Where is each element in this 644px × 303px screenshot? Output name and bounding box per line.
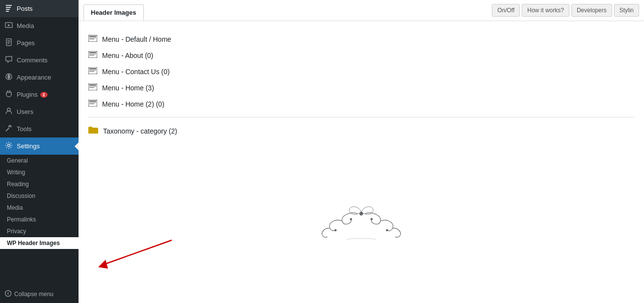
folder-icon — [88, 126, 98, 136]
sidebar-item-tools[interactable]: Tools — [0, 120, 79, 138]
svg-point-16 — [5, 291, 11, 297]
svg-rect-32 — [89, 87, 94, 88]
collapse-icon — [5, 290, 11, 298]
menu-icon-2 — [88, 67, 97, 76]
subnav-discussion[interactable]: Discussion — [0, 190, 79, 202]
sidebar-item-pages[interactable]: Pages — [0, 34, 79, 52]
tab-bar-right: On/Off How it works? Developers Stylin — [492, 4, 639, 21]
menu-icon-4 — [88, 100, 97, 108]
svg-rect-24 — [89, 55, 94, 55]
tab-header-images[interactable]: Header Images — [83, 4, 144, 21]
svg-rect-23 — [89, 54, 96, 55]
svg-rect-19 — [89, 38, 96, 38]
pages-icon — [5, 38, 13, 48]
subnav-wp-header-images[interactable]: WP Header Images — [0, 237, 79, 249]
btn-developers[interactable]: Developers — [571, 4, 612, 17]
subnav-reading[interactable]: Reading — [0, 178, 79, 190]
sidebar-item-users[interactable]: Users — [0, 103, 79, 120]
subnav-permalinks[interactable]: Permalinks — [0, 214, 79, 225]
btn-how-it-works[interactable]: How it works? — [522, 4, 569, 17]
svg-rect-26 — [89, 68, 96, 69]
btn-styling[interactable]: Stylin — [614, 4, 639, 17]
plugins-icon — [5, 90, 13, 99]
sidebar-item-settings[interactable]: Settings — [0, 138, 79, 155]
plugins-label: Plugins — [17, 91, 38, 98]
users-label: Users — [17, 108, 33, 115]
menu-item-about[interactable]: Menu - About (0) — [88, 47, 634, 63]
svg-rect-36 — [89, 104, 94, 104]
svg-rect-27 — [89, 70, 96, 71]
svg-rect-9 — [7, 43, 9, 44]
taxonomy-label: Taxonomy - category (2) — [103, 127, 177, 135]
svg-point-13 — [7, 108, 10, 111]
pages-label: Pages — [17, 39, 35, 47]
svg-rect-3 — [6, 11, 9, 12]
svg-point-40 — [334, 229, 337, 232]
svg-marker-5 — [8, 24, 10, 27]
collapse-label: Collapse menu — [14, 291, 54, 298]
taxonomy-item[interactable]: Taxonomy - category (2) — [88, 122, 634, 140]
btn-on-off[interactable]: On/Off — [492, 4, 520, 17]
menu-icon-1 — [88, 51, 97, 59]
subnav-writing[interactable]: Writing — [0, 166, 79, 178]
svg-rect-30 — [89, 84, 96, 85]
svg-rect-8 — [7, 42, 10, 43]
menu-item-label-4: Menu - Home (2) (0) — [102, 100, 164, 108]
svg-point-37 — [359, 212, 363, 216]
subnav-general[interactable]: General — [0, 155, 79, 166]
collapse-menu[interactable]: Collapse menu — [0, 285, 79, 303]
comments-icon — [5, 55, 13, 65]
sidebar-item-plugins[interactable]: Plugins 2 — [0, 86, 79, 103]
decorative-area — [88, 169, 634, 243]
svg-point-38 — [350, 218, 352, 220]
sidebar-item-posts[interactable]: Posts — [0, 0, 79, 17]
svg-point-39 — [371, 218, 373, 220]
users-icon — [5, 107, 13, 116]
svg-point-41 — [386, 229, 388, 232]
subnav-media[interactable]: Media — [0, 202, 79, 214]
svg-line-14 — [6, 128, 9, 132]
settings-label: Settings — [17, 142, 40, 150]
posts-label: Posts — [17, 5, 33, 12]
svg-rect-1 — [6, 7, 11, 8]
content-area: Menu - Default / Home Menu - About (0) M… — [79, 21, 644, 303]
menu-item-default-home[interactable]: Menu - Default / Home — [88, 31, 634, 47]
subnav-privacy[interactable]: Privacy — [0, 225, 79, 237]
sidebar-item-comments[interactable]: Comments — [0, 52, 79, 69]
appearance-icon — [5, 73, 13, 82]
sidebar-item-media[interactable]: Media — [0, 17, 79, 34]
svg-rect-2 — [6, 9, 10, 10]
sidebar-item-appearance[interactable]: Appearance — [0, 69, 79, 86]
media-icon — [5, 21, 13, 30]
main-content: Header Images On/Off How it works? Devel… — [79, 0, 644, 303]
menu-item-home3[interactable]: Menu - Home (3) — [88, 80, 634, 96]
tab-bar-left: Header Images — [83, 4, 145, 20]
svg-rect-31 — [89, 86, 96, 87]
menu-item-contact[interactable]: Menu - Contact Us (0) — [88, 63, 634, 80]
svg-rect-20 — [89, 39, 94, 39]
svg-rect-0 — [6, 5, 12, 6]
svg-rect-34 — [89, 101, 96, 102]
media-label: Media — [17, 22, 34, 29]
svg-rect-7 — [7, 40, 10, 41]
menu-item-label-2: Menu - Contact Us (0) — [102, 68, 170, 76]
svg-rect-22 — [89, 52, 96, 53]
wp-header-images-label: WP Header Images — [7, 240, 60, 247]
tab-bar: Header Images On/Off How it works? Devel… — [79, 0, 644, 21]
menu-icon-0 — [88, 35, 97, 43]
menu-item-label-3: Menu - Home (3) — [102, 84, 154, 92]
menu-item-label-1: Menu - About (0) — [102, 52, 153, 59]
posts-icon — [5, 4, 13, 13]
svg-rect-18 — [89, 36, 96, 37]
menu-item-home2[interactable]: Menu - Home (2) (0) — [88, 96, 634, 112]
appearance-label: Appearance — [17, 74, 51, 81]
tools-label: Tools — [17, 125, 31, 133]
section-divider — [88, 117, 634, 117]
comments-label: Comments — [17, 56, 48, 64]
menu-icon-3 — [88, 83, 97, 92]
settings-icon — [5, 141, 13, 151]
svg-rect-35 — [89, 103, 96, 103]
sidebar: Posts Media Pages Comments Appearance Pl… — [0, 0, 79, 303]
menu-item-label-0: Menu - Default / Home — [102, 35, 171, 43]
svg-rect-28 — [89, 71, 94, 72]
